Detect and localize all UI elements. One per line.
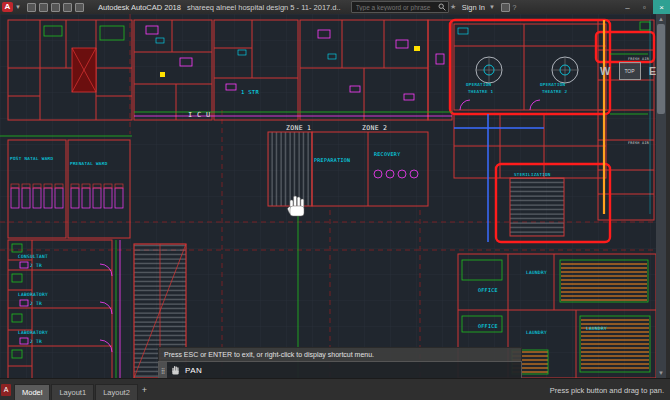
share-icon[interactable]: [501, 3, 510, 12]
command-panel: Press ESC or ENTER to exit, or right-cli…: [158, 347, 522, 379]
command-grip-icon[interactable]: ⣿: [159, 362, 167, 378]
room-label: LABORATORY: [18, 330, 48, 335]
tab-layout2[interactable]: Layout2: [95, 384, 138, 400]
document-title: shareeq alneel hospital design 5 - 11- 2…: [187, 3, 341, 12]
room-label: 1 STR: [241, 89, 259, 95]
quick-access-toolbar: [27, 3, 84, 12]
autocad-logo-icon[interactable]: A: [2, 2, 13, 12]
star-icon[interactable]: ★: [449, 3, 458, 12]
room-label: PREPARATION: [314, 157, 350, 163]
statusbar: A ModelLayout1Layout2 + Press pick butto…: [0, 378, 670, 400]
layout-tabs: ModelLayout1Layout2: [14, 379, 139, 400]
sign-in-caret-icon: ▼: [489, 4, 495, 10]
drawing-canvas[interactable]: I C U1 STRZONE 1ZONE 2PREPARATIONRECOVER…: [0, 14, 656, 378]
viewcube-west[interactable]: W: [600, 65, 610, 77]
active-command-label: PAN: [185, 366, 202, 375]
room-label: POST NATAL WARD: [10, 156, 53, 161]
scroll-down-icon[interactable]: ▼: [656, 368, 666, 378]
statusbar-hint: Press pick button and drag to pan.: [550, 386, 664, 395]
room-label: OPERATION: [466, 82, 492, 87]
help-icon[interactable]: ?: [510, 3, 519, 12]
app-title: Autodesk AutoCAD 2018: [98, 3, 181, 12]
room-label: FRESH AIR: [628, 141, 650, 145]
statusbar-logo-icon: A: [1, 384, 11, 396]
save-icon[interactable]: [51, 3, 60, 12]
room-label: 2 TR: [30, 263, 42, 268]
new-layout-button[interactable]: +: [142, 385, 147, 395]
vertical-scrollbar[interactable]: ▲ ▼: [656, 14, 666, 378]
window-controls: – ▫ ×: [619, 0, 670, 14]
tab-layout1[interactable]: Layout1: [51, 384, 94, 400]
room-label: 2 TR: [30, 301, 42, 306]
command-history-line: Press ESC or ENTER to exit, or right-cli…: [158, 347, 522, 361]
search-input[interactable]: [354, 3, 438, 12]
infocenter-search[interactable]: [351, 1, 449, 13]
minimize-button[interactable]: –: [619, 0, 636, 14]
scrollbar-thumb[interactable]: [657, 24, 665, 114]
room-label: ZONE 1: [286, 124, 311, 132]
app-menu-caret-icon[interactable]: ▼: [15, 4, 21, 10]
titlebar: A ▼ Autodesk AutoCAD 2018 shareeq alneel…: [0, 0, 670, 14]
open-file-icon[interactable]: [39, 3, 48, 12]
tab-model[interactable]: Model: [14, 384, 50, 400]
pan-command-icon: [171, 366, 180, 375]
room-label: THEATRE 1: [468, 89, 494, 94]
room-label: LAUNDRY: [586, 326, 607, 331]
room-label: OFFICE: [478, 287, 498, 293]
room-label: OPERATION: [540, 82, 566, 87]
room-label: PRENATAL WARD: [70, 161, 108, 166]
viewcube-top-face[interactable]: TOP: [619, 62, 641, 80]
room-label: OFFICE: [478, 323, 498, 329]
room-label: I C U: [188, 111, 211, 119]
room-label: ZONE 2: [362, 124, 387, 132]
viewcube-east[interactable]: E: [649, 65, 656, 77]
scroll-up-icon[interactable]: ▲: [656, 14, 666, 24]
redo-icon[interactable]: [75, 3, 84, 12]
command-input-row[interactable]: ⣿ PAN: [158, 361, 522, 379]
room-label: CONSULTANT: [18, 254, 48, 259]
restore-button[interactable]: ▫: [636, 0, 653, 14]
viewcube[interactable]: W TOP E: [600, 58, 656, 84]
room-label: RECOVERY: [374, 151, 400, 157]
room-label: LAUNDRY: [526, 330, 547, 335]
room-label: STERILIZATION: [514, 172, 551, 177]
room-label: 2 TR: [30, 339, 42, 344]
undo-icon[interactable]: [63, 3, 72, 12]
room-label: LAUNDRY: [526, 270, 547, 275]
room-label: THEATRE 2: [542, 89, 568, 94]
floor-plan: I C U1 STRZONE 1ZONE 2PREPARATIONRECOVER…: [0, 14, 656, 378]
new-file-icon[interactable]: [27, 3, 36, 12]
search-icon[interactable]: [438, 3, 447, 12]
room-label: LABORATORY: [18, 292, 48, 297]
close-button[interactable]: ×: [653, 0, 670, 14]
sign-in-button[interactable]: Sign In ▼: [462, 3, 497, 12]
